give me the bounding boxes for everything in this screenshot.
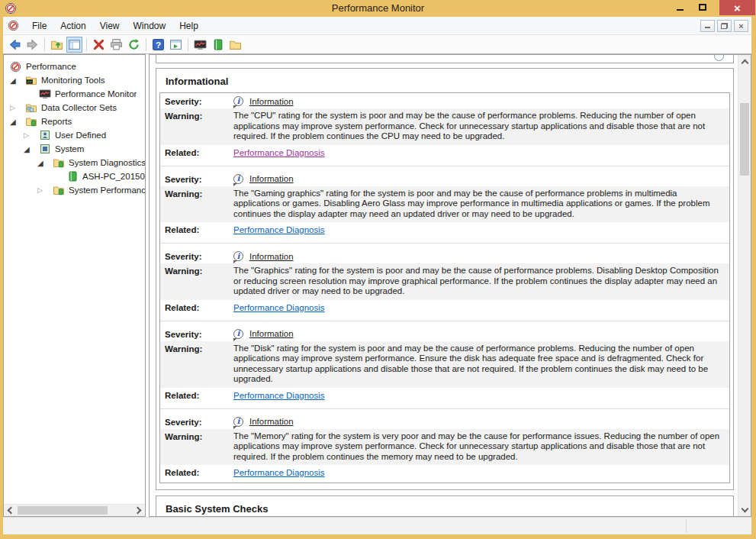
svg-text:?: ? [156, 39, 161, 49]
information-link[interactable]: Information [249, 328, 294, 339]
tree-item-performance-monitor[interactable]: Performance Monitor [4, 87, 145, 101]
previous-section-partial [156, 55, 734, 63]
informational-section: Informational Severity: i Information [156, 68, 734, 490]
expanded-expander-icon[interactable]: ◢ [37, 159, 53, 167]
expanded-expander-icon[interactable]: ◢ [10, 76, 25, 85]
severity-row: Severity: i Information [160, 415, 729, 429]
collapsed-expander-icon[interactable]: ▷ [10, 104, 25, 111]
menu-window[interactable]: Window [127, 18, 173, 34]
folder-view-button[interactable] [227, 37, 243, 53]
entry-separator [160, 321, 729, 321]
collapse-section-icon[interactable] [714, 55, 724, 61]
related-label: Related: [160, 465, 233, 479]
performance-diagnosis-link[interactable]: Performance Diagnosis [233, 303, 325, 312]
delete-button[interactable] [91, 37, 107, 53]
minimize-icon [677, 9, 684, 11]
scroll-down-button[interactable] [738, 503, 751, 516]
performance-diagnosis-link[interactable]: Performance Diagnosis [233, 148, 325, 157]
informational-table: Severity: i Information Warning: The "CP… [159, 92, 730, 483]
entry-separator [160, 166, 729, 166]
collapsed-expander-icon[interactable]: ▷ [24, 131, 39, 139]
horizontal-scroll-thumb[interactable] [18, 506, 108, 515]
system-performance-folder-icon [53, 184, 66, 196]
toolbar-separator [44, 38, 45, 51]
report-vertical-scrollbar[interactable] [738, 55, 751, 516]
chevron-right-icon [134, 507, 142, 515]
window-controls: × [669, 0, 756, 17]
horizontal-scroll-track[interactable] [16, 505, 133, 516]
maximize-icon [699, 4, 706, 11]
folder-icon [229, 38, 242, 51]
show-console-tree-button[interactable] [66, 37, 82, 53]
expanded-expander-icon[interactable]: ◢ [24, 145, 39, 153]
export-list-button[interactable] [49, 37, 65, 53]
report-entry-graphics: Severity: i Information Warning: The "Gr… [160, 249, 729, 321]
tree-item-performance[interactable]: Performance [4, 60, 145, 73]
new-window-button[interactable] [168, 37, 184, 53]
scroll-left-button[interactable] [4, 505, 16, 517]
report-content-area: Informational Severity: i Information [149, 54, 751, 517]
maximize-button[interactable] [691, 0, 713, 15]
forward-button[interactable] [24, 37, 40, 53]
information-link[interactable]: Information [249, 96, 294, 107]
back-button[interactable] [7, 37, 23, 53]
performance-chart-button[interactable] [192, 37, 208, 53]
menu-action[interactable]: Action [53, 18, 92, 34]
report-book-button[interactable] [210, 37, 226, 53]
tree-horizontal-scrollbar[interactable] [4, 504, 145, 516]
severity-row: Severity: i Information [160, 172, 729, 186]
minimize-button[interactable] [669, 0, 691, 15]
scroll-up-button[interactable] [738, 55, 751, 68]
expanded-expander-icon[interactable]: ◢ [10, 118, 25, 126]
vertical-scroll-track[interactable] [738, 68, 751, 503]
menu-help[interactable]: Help [172, 18, 205, 34]
related-row: Related: Performance Diagnosis [160, 222, 729, 237]
information-link[interactable]: Information [249, 251, 294, 262]
tree-item-system-diagnostics[interactable]: ◢ System Diagnostics [4, 156, 145, 169]
tree-item-ash-pc-report[interactable]: ASH-PC_201507 [4, 169, 145, 183]
tree-item-monitoring-tools[interactable]: ◢ Monitoring Tools [4, 73, 145, 87]
performance-diagnosis-link[interactable]: Performance Diagnosis [233, 225, 325, 234]
entry-separator [160, 243, 729, 244]
console-tree-icon [68, 38, 81, 51]
menu-file[interactable]: File [25, 18, 53, 34]
performance-root-icon [10, 60, 23, 73]
tree-item-reports[interactable]: ◢ Reports [4, 115, 145, 128]
tree-item-system-performance[interactable]: ▷ System Performance [4, 183, 145, 197]
information-link[interactable]: Information [249, 173, 294, 184]
warning-text: The "Gaming graphics" rating for the sys… [233, 186, 729, 223]
related-row: Related: Performance Diagnosis [160, 465, 729, 479]
monitoring-tools-icon [25, 74, 38, 86]
menu-view[interactable]: View [93, 18, 127, 34]
forward-arrow-icon [26, 38, 39, 51]
export-folder-icon [50, 38, 63, 51]
warning-label: Warning: [160, 186, 233, 223]
vertical-scroll-thumb[interactable] [740, 103, 749, 176]
toolbar-separator [86, 38, 87, 51]
child-restore-button[interactable] [717, 20, 732, 32]
child-minimize-button[interactable] [700, 20, 715, 32]
toolbar: ? [3, 35, 751, 54]
related-row: Related: Performance Diagnosis [160, 388, 729, 402]
information-link[interactable]: Information [249, 416, 294, 427]
help-button[interactable]: ? [150, 37, 166, 53]
performance-diagnosis-link[interactable]: Performance Diagnosis [233, 391, 325, 400]
severity-label: Severity: [160, 415, 233, 429]
child-minimize-icon [705, 27, 710, 28]
warning-row: Warning: The "Gaming graphics" rating fo… [160, 186, 729, 223]
child-close-button[interactable]: × [734, 20, 748, 32]
tree-item-data-collector-sets[interactable]: ▷ Data Collector Sets [4, 101, 145, 115]
severity-row: Severity: i Information [160, 249, 729, 263]
print-button[interactable] [108, 37, 124, 53]
tree-item-user-defined[interactable]: ▷ User Defined [4, 128, 145, 142]
scroll-right-button[interactable] [133, 505, 145, 517]
refresh-button[interactable] [126, 37, 142, 53]
performance-diagnosis-link[interactable]: Performance Diagnosis [233, 468, 325, 477]
tree-item-system[interactable]: ◢ System [4, 142, 145, 156]
collapsed-expander-icon[interactable]: ▷ [37, 186, 53, 194]
close-button[interactable]: × [719, 0, 755, 15]
warning-text: The "Disk" rating for the system is poor… [233, 341, 729, 388]
status-bar [3, 517, 751, 534]
report-book-icon [211, 38, 224, 51]
delete-x-icon [92, 38, 105, 51]
